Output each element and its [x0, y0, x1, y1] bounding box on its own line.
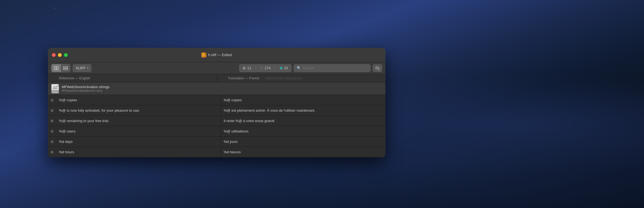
format-dropdown[interactable]: XLIFF ▾ [73, 64, 91, 72]
stat-divider-2 [275, 66, 275, 70]
translation-cell: %d heures [221, 147, 386, 157]
window-title: f fr.xliff — Edited [201, 53, 232, 57]
format-label: XLIFF [76, 66, 85, 70]
column-headers: Reference — English Translation — French… [48, 74, 385, 82]
translation-column-header: Translation — French comment les mises à… [217, 74, 386, 82]
toolbar: XLIFF ▾ 11 174 15 🔍 [48, 62, 385, 74]
view-toggle [51, 64, 70, 72]
status-dot [51, 99, 53, 102]
svg-point-23 [376, 67, 378, 69]
icon-lines [53, 86, 57, 89]
strings-label: STRINGS [51, 90, 59, 93]
file-group-name: MFWebStoreActivation.strings [62, 85, 110, 89]
reference-header-label: Reference — English [59, 76, 90, 80]
row-indicator [48, 120, 56, 122]
table-row[interactable]: %@ remaining to your free trial. Il rest… [48, 116, 385, 126]
status-dot [51, 130, 53, 133]
search-input[interactable] [303, 66, 368, 70]
split-view-button[interactable] [61, 64, 70, 72]
stat-dark: 174 [260, 66, 271, 70]
stat-warning: 11 [243, 66, 251, 70]
file-group-row: STRINGS MFWebStoreActivation.strings MFA… [48, 82, 385, 95]
reference-column-header: Reference — English [48, 74, 217, 82]
reference-cell: %@ remaining to your free trial. [56, 116, 221, 126]
title-bar: f fr.xliff — Edited [48, 48, 385, 62]
chevron-down-icon: ▾ [87, 67, 88, 70]
svg-rect-22 [63, 68, 68, 70]
svg-rect-19 [54, 67, 56, 70]
close-button[interactable] [52, 53, 56, 57]
translation-cell: %@ copies [221, 95, 386, 105]
file-group-text: MFWebStoreActivation.strings MFAppStoreV… [62, 85, 110, 92]
status-dot [51, 140, 53, 143]
svg-rect-20 [57, 67, 58, 70]
translation-cell: %d jours [221, 137, 386, 147]
icon-corner [57, 84, 59, 86]
search-field[interactable]: 🔍 [294, 64, 371, 72]
title-text: fr.xliff — Edited [208, 53, 232, 57]
status-dot [51, 109, 53, 112]
stat-divider-1 [256, 66, 256, 70]
minimize-button[interactable] [58, 53, 62, 57]
translation-rows: %@ copies %@ copies %@ is now fully acti… [48, 95, 385, 157]
strings-file-icon: STRINGS [51, 84, 59, 93]
stats-bar: 11 174 15 [239, 64, 292, 72]
table-row[interactable]: %d days %d jours [48, 137, 385, 147]
translation-cell: Il reste %@ à votre essai gratuit. [221, 116, 386, 126]
find-button[interactable] [373, 64, 382, 72]
status-dot [51, 120, 53, 122]
table-row[interactable]: %@ is now fully activated, for your plea… [48, 105, 385, 116]
row-indicator [48, 130, 56, 133]
row-indicator [48, 99, 56, 102]
reference-cell: %@ users [56, 126, 221, 136]
warning-dot [243, 67, 245, 70]
warning-count: 11 [247, 66, 251, 70]
teal-dot [280, 67, 283, 70]
row-indicator [48, 140, 56, 143]
file-icon: f [201, 53, 206, 57]
reference-cell: %@ is now fully activated, for your plea… [56, 105, 221, 115]
table-row[interactable]: %d hours %d heures [48, 147, 385, 157]
ghost-header-text: comment les mises à jour [265, 76, 302, 80]
reference-cell: %d days [56, 137, 221, 147]
translation-cell: %@ utilisateurs [221, 126, 386, 136]
reference-cell: %@ copies [56, 95, 221, 105]
status-dot [51, 151, 53, 154]
single-view-button[interactable] [52, 64, 61, 72]
translation-cell: %@ est pleinement activé. À vous de l'ut… [221, 105, 386, 115]
svg-line-24 [378, 69, 379, 70]
stat-teal: 15 [280, 66, 288, 70]
file-group-path: MFAppStoreValidation/en.lproj [62, 89, 110, 92]
traffic-lights [52, 53, 68, 57]
svg-rect-21 [63, 67, 68, 68]
dark-dot [260, 67, 263, 70]
dark-count: 174 [265, 66, 271, 70]
reference-cell: %d hours [56, 147, 221, 157]
teal-count: 15 [284, 66, 288, 70]
row-indicator [48, 151, 56, 154]
row-indicator [48, 109, 56, 112]
application-window: f fr.xliff — Edited XLIFF [48, 48, 385, 157]
maximize-button[interactable] [64, 53, 68, 57]
translation-header-label: Translation — French [228, 76, 259, 80]
search-icon: 🔍 [297, 66, 301, 70]
table-row[interactable]: %@ users %@ utilisateurs [48, 126, 385, 137]
table-row[interactable]: %@ copies %@ copies [48, 95, 385, 105]
